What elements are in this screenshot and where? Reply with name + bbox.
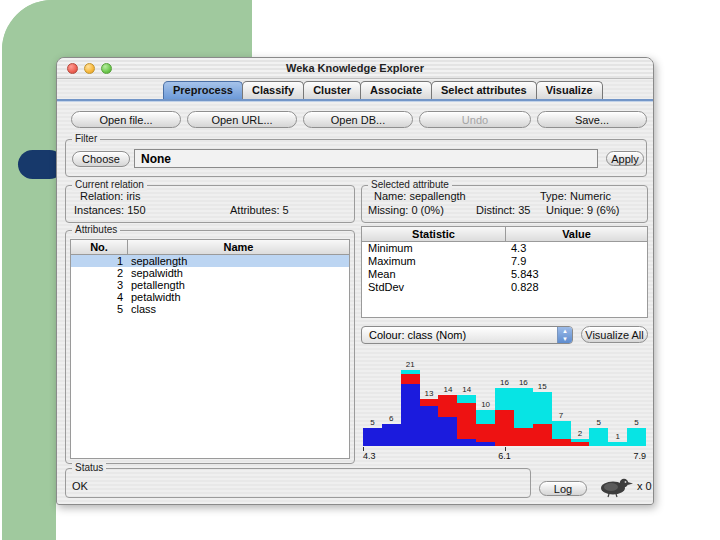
selected-attribute-group: Selected attribute Name: sepallength Typ… bbox=[361, 185, 648, 223]
attr-missing-line: Missing: 0 (0%) bbox=[368, 204, 444, 216]
tab-associate[interactable]: Associate bbox=[360, 81, 432, 99]
relation-line: Relation: iris bbox=[80, 190, 141, 202]
attribute-no: 5 bbox=[71, 303, 127, 315]
attribute-row-petalwidth[interactable]: 4petalwidth bbox=[71, 291, 349, 303]
attributes-table-header: No. Name bbox=[71, 240, 349, 255]
weka-bird-icon bbox=[598, 474, 634, 498]
statistic-value: 4.3 bbox=[505, 242, 647, 255]
attribute-no: 1 bbox=[71, 255, 127, 267]
colour-dropdown-value: Colour: class (Nom) bbox=[369, 329, 466, 341]
histogram-bar-segment bbox=[401, 370, 420, 374]
window-title: Weka Knowledge Explorer bbox=[57, 62, 653, 74]
histogram-bar-segment bbox=[401, 384, 420, 446]
save-button[interactable]: Save... bbox=[537, 111, 647, 128]
filter-group: Filter Choose None Apply bbox=[65, 139, 647, 177]
histogram-bar-segment bbox=[552, 421, 571, 439]
tab-classify[interactable]: Classify bbox=[242, 81, 304, 99]
title-bar[interactable]: Weka Knowledge Explorer bbox=[57, 58, 653, 79]
attribute-row-class[interactable]: 5class bbox=[71, 303, 349, 315]
status-value: OK bbox=[72, 480, 88, 492]
statistic-row-minimum: Minimum4.3 bbox=[362, 242, 647, 255]
attribute-row-sepalwidth[interactable]: 2sepalwidth bbox=[71, 267, 349, 279]
histogram-bar-count: 16 bbox=[495, 378, 515, 387]
attr-unique-line: Unique: 9 (6%) bbox=[546, 204, 619, 216]
histogram-bar-count: 15 bbox=[532, 382, 552, 391]
tab-select-attributes[interactable]: Select attributes bbox=[431, 81, 537, 99]
attribute-no: 4 bbox=[71, 291, 127, 303]
histogram-bar-count: 13 bbox=[419, 389, 439, 398]
histogram-bar-segment bbox=[363, 428, 382, 446]
histogram-bar-count: 14 bbox=[438, 385, 458, 394]
histogram-bar-count: 14 bbox=[457, 385, 477, 394]
histogram-bar-segment bbox=[476, 410, 495, 424]
histogram-bar-count: 10 bbox=[476, 400, 496, 409]
x-axis-label: 4.3 bbox=[363, 451, 376, 461]
attribute-row-petallength[interactable]: 3petallength bbox=[71, 279, 349, 291]
histogram-bar-segment bbox=[514, 388, 533, 428]
attr-distinct-line: Distinct: 35 bbox=[476, 204, 530, 216]
histogram-bar-segment bbox=[608, 442, 627, 446]
histogram-bar-segment bbox=[420, 406, 439, 446]
histogram-bar-segment bbox=[533, 392, 552, 425]
attribute-name: sepallength bbox=[127, 255, 349, 267]
status-group-label: Status bbox=[72, 462, 106, 474]
histogram-bar-segment bbox=[457, 395, 476, 402]
tab-visualize[interactable]: Visualize bbox=[536, 81, 603, 99]
choose-button[interactable]: Choose bbox=[72, 151, 130, 167]
histogram-bar-segment bbox=[476, 424, 495, 442]
attr-name-line: Name: sepallength bbox=[374, 190, 466, 202]
histogram-bar-count: 5 bbox=[362, 418, 382, 427]
attribute-name: class bbox=[127, 303, 349, 315]
filter-value: None bbox=[141, 152, 171, 166]
colour-dropdown[interactable]: Colour: class (Nom) ▲▼ bbox=[361, 326, 573, 344]
histogram-bar-segment bbox=[438, 417, 457, 446]
tab-preprocess[interactable]: Preprocess bbox=[163, 81, 243, 99]
tab-bar: PreprocessClassifyClusterAssociateSelect… bbox=[163, 81, 602, 99]
log-button[interactable]: Log bbox=[539, 481, 587, 496]
weka-explorer-window: Weka Knowledge Explorer PreprocessClassi… bbox=[56, 57, 654, 505]
apply-button[interactable]: Apply bbox=[606, 151, 644, 166]
undo-button[interactable]: Undo bbox=[419, 111, 531, 128]
open-db-button[interactable]: Open DB... bbox=[303, 111, 413, 128]
attribute-row-sepallength[interactable]: 1sepallength bbox=[71, 255, 349, 267]
histogram-bar-count: 1 bbox=[608, 432, 628, 441]
tab-underline-light bbox=[57, 101, 653, 102]
histogram-bar-count: 5 bbox=[589, 418, 609, 427]
histogram-bar-segment bbox=[420, 399, 439, 406]
histogram-bar-segment bbox=[457, 403, 476, 439]
histogram-bar-segment bbox=[514, 428, 533, 446]
statistic-row-maximum: Maximum7.9 bbox=[362, 255, 647, 268]
histogram-bar-count: 5 bbox=[627, 418, 647, 427]
visualize-all-button[interactable]: Visualize All bbox=[581, 326, 648, 343]
histogram-bar-segment bbox=[495, 410, 514, 446]
histogram-bar-segment bbox=[382, 424, 401, 446]
slide-green-sidebar bbox=[2, 0, 56, 540]
filter-value-field[interactable]: None bbox=[134, 149, 598, 168]
histogram-bar-segment bbox=[571, 442, 590, 446]
open-file-button[interactable]: Open file... bbox=[71, 111, 181, 128]
attribute-name: petallength bbox=[127, 279, 349, 291]
chevron-updown-icon[interactable]: ▲▼ bbox=[557, 327, 572, 343]
histogram-bar-count: 21 bbox=[400, 360, 420, 369]
runs-count: x 0 bbox=[637, 480, 652, 492]
attribute-no: 2 bbox=[71, 267, 127, 279]
statistic-name: Maximum bbox=[362, 255, 505, 268]
tab-cluster[interactable]: Cluster bbox=[303, 81, 361, 99]
statistic-value: 7.9 bbox=[505, 255, 647, 268]
histogram-bar-segment bbox=[401, 374, 420, 385]
statistic-row-mean: Mean5.843 bbox=[362, 268, 647, 281]
histogram-bar-segment bbox=[589, 428, 608, 446]
attributes-table[interactable]: No. Name 1sepallength2sepalwidth3petalle… bbox=[70, 239, 350, 459]
histogram-bar-count: 16 bbox=[513, 378, 533, 387]
value-header: Value bbox=[505, 227, 647, 241]
histogram-bar-segment bbox=[571, 439, 590, 443]
open-url-button[interactable]: Open URL... bbox=[187, 111, 297, 128]
attributes-rows: 1sepallength2sepalwidth3petallength4peta… bbox=[71, 255, 349, 315]
attributes-group: Attributes No. Name 1sepallength2sepalwi… bbox=[65, 230, 355, 464]
statistics-rows: Minimum4.3Maximum7.9Mean5.843StdDev0.828 bbox=[362, 242, 647, 294]
attr-type-line: Type: Numeric bbox=[540, 190, 611, 202]
statistic-value: 5.843 bbox=[505, 268, 647, 281]
histogram-bar-segment bbox=[533, 424, 552, 446]
col-no-header: No. bbox=[71, 240, 127, 254]
instances-line: Instances: 150 bbox=[74, 204, 146, 216]
